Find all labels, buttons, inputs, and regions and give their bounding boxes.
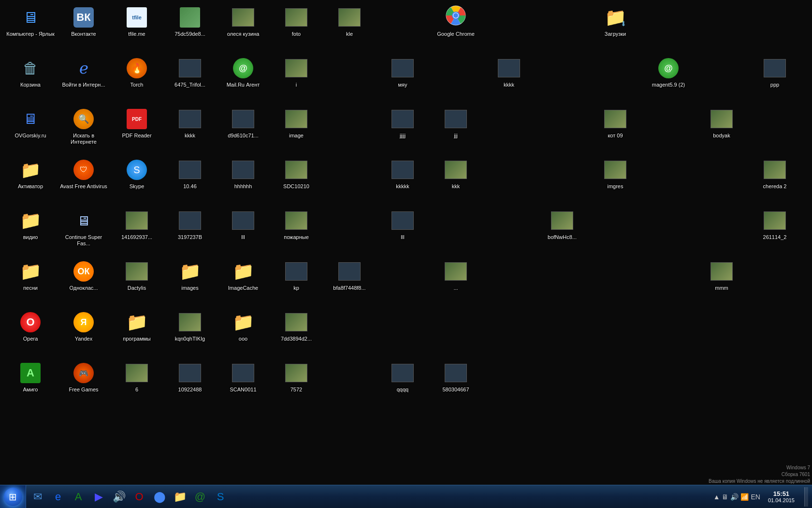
taskbar-icon-media[interactable]: ▶ — [89, 487, 108, 507]
desktop-icon-kkk[interactable]: kkk — [429, 155, 482, 199]
desktop-icon-myw[interactable]: мяу — [376, 54, 429, 97]
taskbar-icon-volume[interactable]: 🔊 — [109, 487, 129, 507]
desktop-icon-580304667[interactable]: 580304667 — [429, 359, 482, 402]
desktop-icon-qqqq[interactable]: qqqq — [376, 359, 429, 402]
desktop-icon-imgres[interactable]: imgres — [589, 155, 642, 199]
desktop-icon-yandex[interactable]: ЯYandex — [57, 308, 110, 351]
desktop-icon-pozh[interactable]: пожарные — [270, 206, 323, 250]
desktop-icon-lll2[interactable]: lll — [376, 206, 429, 250]
taskbar-icon-skype-tb[interactable]: S — [211, 487, 230, 507]
photo-icon — [285, 313, 307, 331]
desktop-icon-6475[interactable]: 6475_Trifol... — [163, 54, 217, 97]
desktop-icon-7dd[interactable]: 7dd3894d2... — [270, 308, 323, 351]
clock[interactable]: 15:51 01.04.2015 — [764, 490, 798, 503]
desktop-icon-freegames[interactable]: 🎮Free Games — [57, 359, 110, 402]
start-button[interactable]: ⊞ — [0, 485, 26, 508]
desktop-icon-imagecache[interactable]: 📁ImageCache — [217, 257, 270, 300]
desktop-icon-lll1[interactable]: lll — [217, 206, 270, 250]
desktop-icon-bodyak[interactable]: bodyak — [695, 105, 748, 148]
desktop-icon-chereda2[interactable]: chereda 2 — [748, 155, 801, 199]
taskbar-icon-chrome-tb[interactable]: ⬤ — [150, 487, 169, 507]
file-thumb-icon — [445, 364, 467, 382]
desktop-icon-sdc[interactable]: SDC10210 — [270, 155, 323, 199]
desktop-icon-computer[interactable]: 🖥Компьютер - Ярлык — [4, 3, 57, 46]
desktop-icon-foto[interactable]: foto — [270, 3, 323, 46]
desktop-icon-zagruzki[interactable]: 📁 ⬇ Загрузки — [589, 3, 642, 46]
desktop-icon-avast[interactable]: 🛡Avast Free Antivirus — [57, 155, 110, 199]
desktop-icon-iskat[interactable]: 🔍Искать в Интернете — [57, 105, 110, 148]
photo-icon — [604, 110, 626, 128]
desktop-icon-jjj[interactable]: jjj — [429, 105, 482, 148]
icon-label-jjjjj: jjjjj — [400, 133, 406, 139]
desktop-icon-opera[interactable]: OOpera — [4, 308, 57, 351]
desktop-icon-hhhhhh[interactable]: hhhhhh — [217, 155, 270, 199]
desktop-icon-mmm[interactable]: mmm — [695, 257, 748, 300]
desktop-icon-1046[interactable]: 10.46 — [163, 155, 217, 199]
desktop-icon-scan0011[interactable]: SCAN0011 — [217, 359, 270, 402]
desktop-icon-d9d[interactable]: d9d610c71... — [217, 105, 270, 148]
desktop-icon-6img[interactable]: 6 — [110, 359, 163, 402]
desktop-icon-dactylis[interactable]: Dactylis — [110, 257, 163, 300]
win-line3: Ваша копия Windows не является подлинной — [709, 478, 810, 485]
file-thumb-icon — [232, 161, 254, 179]
desktop-icon-torch[interactable]: 🔥Torch — [110, 54, 163, 97]
desktop-icon-kot09[interactable]: кот 09 — [589, 105, 642, 148]
desktop-icon-bofnwHc8[interactable]: bofNwHc8... — [536, 206, 589, 250]
desktop-icon-kqn0[interactable]: kqn0qhTIKIg — [163, 308, 217, 351]
taskbar-icon-mailru-tb[interactable]: @ — [190, 487, 210, 507]
show-desktop-button[interactable] — [804, 487, 808, 507]
desktop-icon-kkkk2[interactable]: kkkk — [482, 54, 536, 97]
desktop-icon-jjjjj[interactable]: jjjjj — [376, 105, 429, 148]
tray-network2[interactable]: 📶 — [740, 493, 749, 501]
taskbar-icon-amigo-tb[interactable]: A — [69, 487, 88, 507]
desktop-icon-7572[interactable]: 7572 — [270, 359, 323, 402]
desktop-icon-amigo[interactable]: AАмиго — [4, 359, 57, 402]
desktop-icon-image[interactable]: image — [270, 105, 323, 148]
desktop-icon-mailru[interactable]: @Mail.Ru Агент — [217, 54, 270, 97]
taskbar-icon-mail[interactable]: ✉ — [28, 487, 47, 507]
desktop-icon-i[interactable]: i — [270, 54, 323, 97]
icon-label-map75: 75dc59de8... — [174, 31, 205, 37]
desktop-icon-magent[interactable]: @magent5.9 (2) — [642, 54, 695, 97]
desktop-icon-skype[interactable]: SSkype — [110, 155, 163, 199]
desktop-icon-olesya[interactable]: олеся кузина — [217, 3, 270, 46]
tray-volume[interactable]: 🔊 — [730, 493, 739, 501]
pdf-icon: PDF — [127, 109, 147, 129]
desktop-icon-aktivator[interactable]: 📁Активатор — [4, 155, 57, 199]
desktop-icon-kp[interactable]: kp — [270, 257, 323, 300]
desktop-icon-programmy[interactable]: 📁программы — [110, 308, 163, 351]
desktop-icon-video[interactable]: 📁видио — [4, 206, 57, 250]
desktop-icon-10922488[interactable]: 10922488 — [163, 359, 217, 402]
desktop-icon-images[interactable]: 📁images — [163, 257, 217, 300]
desktop-icon-ppp[interactable]: ppp — [748, 54, 801, 97]
desktop-icon-bfa8[interactable]: bfa8f7448f8... — [323, 257, 376, 300]
tray-up-arrow[interactable]: ▲ — [713, 493, 720, 501]
desktop-icon-map75[interactable]: 75dc59de8... — [163, 3, 217, 46]
desktop-icon-kkkk3[interactable]: kkkk — [163, 105, 217, 148]
desktop-icon-odnoklasniki[interactable]: ОКОдноклас... — [57, 257, 110, 300]
icon-label-ppp: ppp — [770, 82, 779, 88]
file-thumb-icon — [392, 110, 414, 128]
taskbar-icon-opera-tb[interactable]: O — [130, 487, 149, 507]
desktop-icon-3197237b[interactable]: 3197237B — [163, 206, 217, 250]
taskbar-icon-folder-tb[interactable]: 📁 — [170, 487, 189, 507]
desktop-icon-ooo[interactable]: 📁ooo — [217, 308, 270, 351]
desktop-icon-ovg[interactable]: 🖥OVGorskiy.ru — [4, 105, 57, 148]
desktop-icon-dotdotdot[interactable]: ... — [429, 257, 482, 300]
desktop-icon-google-chrome[interactable]: Google Chrome — [429, 3, 482, 46]
desktop-icon-recycle[interactable]: 🗑Корзина — [4, 54, 57, 97]
tray-lang[interactable]: EN — [751, 493, 760, 501]
desktop-icon-kkkkk[interactable]: kkkkk — [376, 155, 429, 199]
tray-network[interactable]: 🖥 — [722, 493, 728, 501]
desktop-icon-pdfreader[interactable]: PDFPDF Reader — [110, 105, 163, 148]
desktop-icon-pesni[interactable]: 📁песни — [4, 257, 57, 300]
desktop-icon-vkontakte[interactable]: ВКВконтакте — [57, 3, 110, 46]
desktop-icon-tfile[interactable]: tfiletfile.me — [110, 3, 163, 46]
icon-label-141: 141692937... — [121, 234, 152, 240]
desktop-icon-141[interactable]: 141692937... — [110, 206, 163, 250]
desktop-icon-войти[interactable]: ℯВойти в Интерн... — [57, 54, 110, 97]
desktop-icon-continue[interactable]: 🖥Continue Super Fas... — [57, 206, 110, 250]
desktop-icon-261114[interactable]: 261114_2 — [748, 206, 801, 250]
desktop-icon-kle[interactable]: kle — [323, 3, 376, 46]
taskbar-icon-ie[interactable]: e — [48, 487, 68, 507]
